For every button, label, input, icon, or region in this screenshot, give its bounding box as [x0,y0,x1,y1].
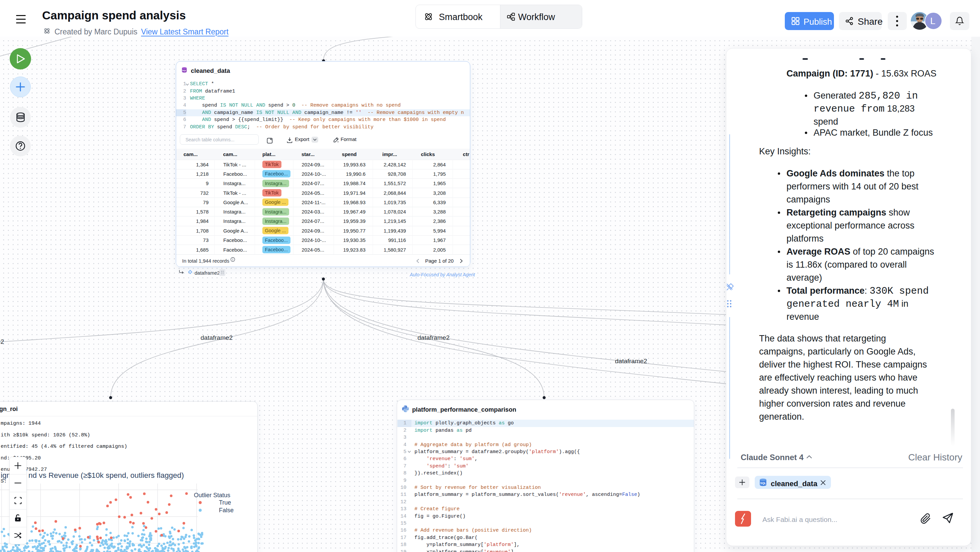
svg-text:SQL: SQL [182,69,186,72]
svg-text:SQL: SQL [760,482,766,485]
